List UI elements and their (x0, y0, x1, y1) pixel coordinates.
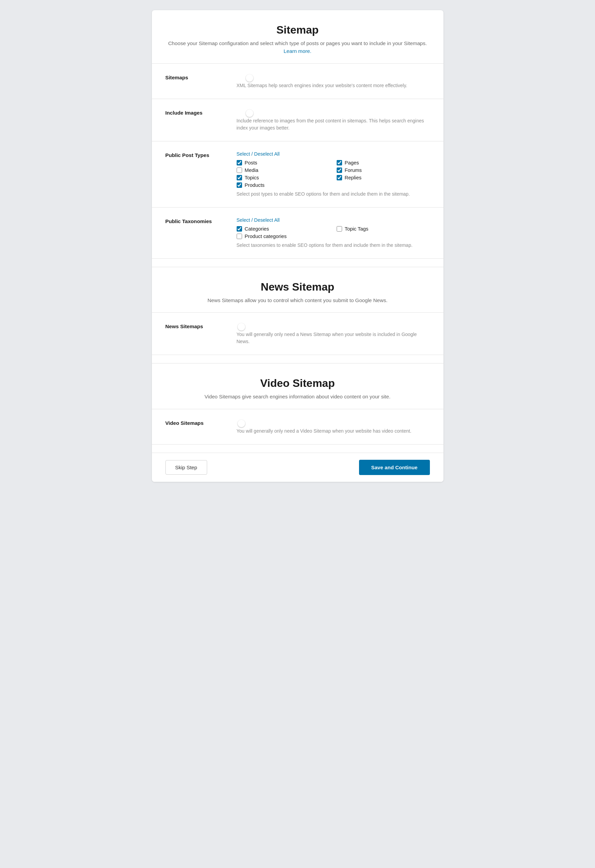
checkbox-products[interactable]: Products (237, 182, 330, 188)
save-continue-button[interactable]: Save and Continue (359, 460, 430, 475)
gap-video (152, 355, 443, 363)
row-include-images: Include Images | Include reference to im… (152, 99, 443, 142)
video-sitemaps-label: Video Sitemaps (165, 419, 226, 426)
include-images-content: | Include reference to images from the p… (237, 108, 430, 131)
checkbox-topics[interactable]: Topics (237, 175, 330, 180)
sitemaps-content: | XML Sitemaps help search engines index… (237, 73, 430, 89)
video-sitemap-section-header: Video Sitemap Video Sitemaps give search… (152, 363, 443, 409)
toggle-on-icon: | (239, 75, 241, 79)
public-post-types-content: Select / Deselect All Posts Pages Media … (237, 151, 430, 198)
news-sitemap-description: News Sitemaps allow you to control which… (165, 297, 430, 304)
sitemaps-description: XML Sitemaps help search engines index y… (237, 82, 430, 89)
row-sitemaps: Sitemaps | XML Sitemaps help search engi… (152, 64, 443, 99)
taxonomies-select-all-link[interactable]: Select / Deselect All (237, 217, 280, 223)
news-sitemap-title: News Sitemap (165, 281, 430, 293)
sitemaps-toggle-thumb (246, 74, 253, 82)
sitemap-title: Sitemap (165, 24, 430, 36)
news-sitemap-section-header: News Sitemap News Sitemaps allow you to … (152, 267, 443, 313)
skip-step-button[interactable]: Skip Step (165, 460, 207, 475)
news-toggle-thumb (238, 323, 245, 331)
row-video-sitemaps: Video Sitemaps You will generally only n… (152, 409, 443, 444)
taxonomies-checkbox-grid: Categories Topic Tags Product categories (237, 226, 430, 239)
video-sitemaps-content: You will generally only need a Video Sit… (237, 419, 430, 435)
video-sitemap-description: Video Sitemaps give search engines infor… (165, 393, 430, 401)
checkbox-replies[interactable]: Replies (337, 175, 430, 180)
public-post-types-label: Public Post Types (165, 151, 226, 158)
checkbox-posts[interactable]: Posts (237, 160, 330, 165)
include-images-toggle-thumb (246, 109, 253, 117)
sitemap-description: Choose your Sitemap configuration and se… (165, 40, 430, 55)
checkbox-forums[interactable]: Forums (337, 167, 430, 173)
sitemaps-label: Sitemaps (165, 73, 226, 80)
video-sitemaps-description: You will generally only need a Video Sit… (237, 428, 430, 435)
row-public-taxonomies: Public Taxonomies Select / Deselect All … (152, 208, 443, 259)
checkbox-media[interactable]: Media (237, 167, 330, 173)
post-types-checkbox-grid: Posts Pages Media Forums Topics Replies (237, 160, 430, 188)
checkbox-categories[interactable]: Categories (237, 226, 330, 232)
post-types-description: Select post types to enable SEO options … (237, 190, 430, 198)
checkbox-pages[interactable]: Pages (337, 160, 430, 165)
include-images-description: Include reference to images from the pos… (237, 117, 430, 131)
taxonomies-description: Select taxonomies to enable SEO options … (237, 242, 430, 249)
video-sitemap-title: Video Sitemap (165, 377, 430, 390)
gap-footer (152, 444, 443, 453)
news-sitemaps-content: You will generally only need a News Site… (237, 322, 430, 345)
public-taxonomies-content: Select / Deselect All Categories Topic T… (237, 217, 430, 249)
news-sitemaps-label: News Sitemaps (165, 322, 226, 329)
post-types-select-all-link[interactable]: Select / Deselect All (237, 151, 280, 156)
footer: Skip Step Save and Continue (152, 453, 443, 482)
news-sitemaps-description: You will generally only need a News Site… (237, 331, 430, 345)
include-images-label: Include Images (165, 108, 226, 116)
row-news-sitemaps: News Sitemaps You will generally only ne… (152, 313, 443, 355)
include-images-toggle-icon: | (239, 111, 241, 114)
gap-news (152, 259, 443, 267)
video-toggle-thumb (238, 420, 245, 427)
learn-more-link[interactable]: Learn more. (284, 48, 312, 54)
checkbox-topic-tags[interactable]: Topic Tags (337, 226, 430, 232)
public-taxonomies-label: Public Taxonomies (165, 217, 226, 224)
row-public-post-types: Public Post Types Select / Deselect All … (152, 142, 443, 208)
main-card: Sitemap Choose your Sitemap configuratio… (152, 10, 443, 482)
checkbox-product-categories[interactable]: Product categories (237, 233, 330, 239)
sitemap-section-header: Sitemap Choose your Sitemap configuratio… (152, 10, 443, 63)
